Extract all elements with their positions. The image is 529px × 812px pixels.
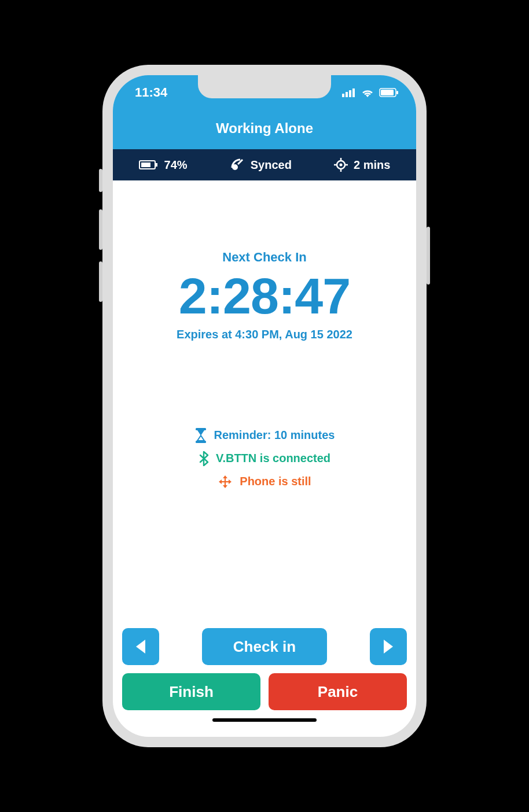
page-title: Working Alone [113,110,416,149]
next-checkin-label: Next Check In [222,250,307,265]
motion-status: Phone is still [218,474,311,489]
hourglass-icon [194,428,207,443]
sync-value: Synced [251,158,292,172]
phone-frame: 11:34 [102,65,427,747]
wifi-icon [361,87,374,98]
side-button [427,227,430,285]
svg-rect-6 [396,91,398,94]
status-list: Reminder: 10 minutes V.BTTN is connected [194,428,335,489]
side-button [99,261,102,302]
reminder-status: Reminder: 10 minutes [194,428,335,443]
panic-button[interactable]: Panic [269,673,407,710]
move-icon [218,474,233,489]
battery-status-icon [379,88,399,97]
svg-point-12 [340,164,343,167]
satellite-icon [230,157,245,172]
target-icon [334,158,348,172]
bluetooth-status: V.BTTN is connected [199,451,330,466]
svg-rect-1 [346,92,348,97]
info-bar: 74% Synced 2 mins [113,149,416,180]
home-indicator [212,718,317,722]
countdown-timer: 2:28:47 [179,268,350,324]
svg-rect-8 [141,163,150,167]
bluetooth-icon [199,451,209,466]
svg-rect-5 [381,90,394,95]
chevron-right-icon [384,640,393,654]
svg-rect-17 [196,428,206,430]
expires-text: Expires at 4:30 PM, Aug 15 2022 [177,328,352,341]
battery-value: 74% [164,158,188,172]
checkin-button[interactable]: Check in [202,628,327,665]
location-interval: 2 mins [354,158,390,172]
svg-rect-0 [342,94,344,97]
motion-text: Phone is still [240,475,311,488]
battery-icon [139,160,159,170]
cellular-signal-icon [342,88,356,97]
side-button [99,169,102,192]
notch [198,75,331,98]
battery-item: 74% [139,158,188,172]
prev-button[interactable] [122,628,159,665]
screen: 11:34 [113,75,416,737]
finish-button[interactable]: Finish [122,673,260,710]
svg-point-10 [232,164,238,170]
action-bar: Check in Finish Panic [113,620,416,737]
svg-rect-2 [349,90,351,97]
bluetooth-text: V.BTTN is connected [216,452,330,465]
clock-time: 11:34 [135,85,167,100]
main: Next Check In 2:28:47 Expires at 4:30 PM… [113,180,416,620]
side-button [99,209,102,250]
sync-item: Synced [230,157,292,172]
svg-rect-3 [352,88,355,97]
location-item: 2 mins [334,158,390,172]
next-button[interactable] [370,628,407,665]
svg-rect-9 [156,163,157,167]
reminder-text: Reminder: 10 minutes [214,429,335,442]
chevron-left-icon [136,640,145,654]
